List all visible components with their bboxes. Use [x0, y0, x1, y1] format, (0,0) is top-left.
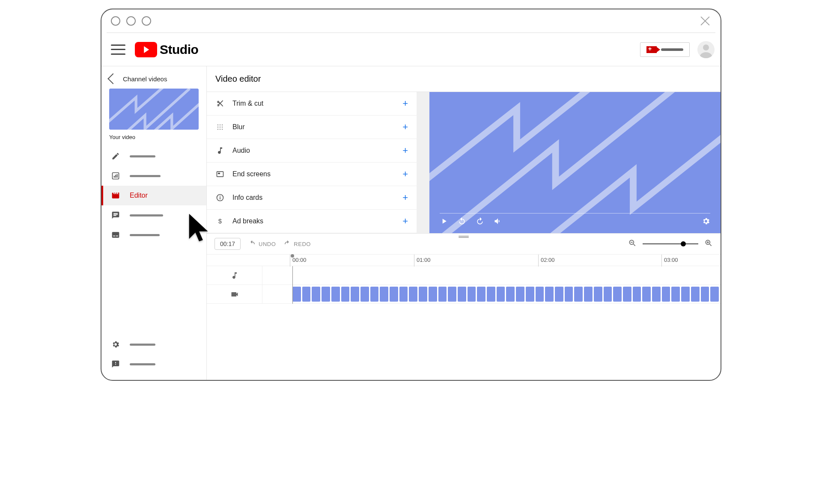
clip-segment[interactable] — [399, 287, 408, 302]
clip-segment[interactable] — [536, 287, 544, 302]
clip-segment[interactable] — [516, 287, 524, 302]
playhead[interactable] — [292, 266, 293, 304]
clip-segment[interactable] — [671, 287, 680, 302]
clip-segment[interactable] — [331, 287, 340, 302]
clip-segment[interactable] — [351, 287, 359, 302]
clip-segment[interactable] — [390, 287, 398, 302]
window-dot[interactable] — [111, 16, 120, 26]
clip-segment[interactable] — [438, 287, 447, 302]
add-icon[interactable]: + — [402, 98, 408, 109]
track-audio-icon[interactable] — [207, 266, 262, 285]
window-dot[interactable] — [142, 16, 151, 26]
audio-track[interactable] — [262, 266, 721, 285]
clip-segment[interactable] — [302, 287, 311, 302]
ruler-tick: 01:00 — [417, 257, 431, 263]
clip-segment[interactable] — [642, 287, 651, 302]
redo-button[interactable]: REDO — [283, 240, 311, 248]
clip-segment[interactable] — [448, 287, 456, 302]
current-time[interactable]: 00:17 — [214, 238, 241, 250]
clip-segment[interactable] — [623, 287, 631, 302]
clip-segment[interactable] — [487, 287, 495, 302]
sidebar-item-analytics[interactable] — [101, 166, 206, 186]
brand[interactable]: Studio — [135, 42, 198, 57]
add-icon[interactable]: + — [402, 216, 408, 227]
timeline-ruler[interactable]: 00:00 01:00 02:00 03:00 — [207, 254, 721, 266]
undo-button[interactable]: UNDO — [248, 240, 276, 248]
tool-trim-cut[interactable]: Trim & cut + — [207, 92, 417, 116]
clip-segment[interactable] — [681, 287, 690, 302]
clip-segment[interactable] — [701, 287, 709, 302]
back-to-channel-videos[interactable]: Channel videos — [101, 72, 206, 89]
svg-point-10 — [222, 125, 223, 125]
music-note-icon — [215, 146, 225, 155]
video-thumbnail[interactable] — [109, 89, 199, 130]
clip-segment[interactable] — [429, 287, 437, 302]
clip-segment[interactable] — [526, 287, 534, 302]
video-track[interactable] — [262, 285, 721, 304]
clip-segment[interactable] — [409, 287, 417, 302]
video-preview[interactable] — [429, 92, 721, 233]
clip-segment[interactable] — [633, 287, 641, 302]
clip-segment[interactable] — [662, 287, 670, 302]
ruler-tick: 03:00 — [664, 257, 678, 263]
clip-segment[interactable] — [292, 287, 301, 302]
svg-rect-4 — [117, 174, 118, 178]
clip-segment[interactable] — [604, 287, 612, 302]
clip-segment[interactable] — [468, 287, 476, 302]
add-icon[interactable]: + — [402, 169, 408, 180]
player-settings-icon[interactable] — [702, 217, 710, 227]
sidebar-item-feedback[interactable] — [101, 354, 206, 374]
scrub-bar[interactable] — [440, 213, 710, 213]
clip-segment[interactable] — [565, 287, 573, 302]
zoom-slider[interactable] — [643, 243, 698, 244]
volume-icon[interactable] — [494, 217, 502, 227]
clip-segment[interactable] — [341, 287, 350, 302]
play-icon[interactable] — [440, 217, 448, 227]
clip-segment[interactable] — [370, 287, 379, 302]
clip-segment[interactable] — [506, 287, 515, 302]
window-dot[interactable] — [126, 16, 136, 26]
tool-ad-breaks[interactable]: $ Ad breaks + — [207, 210, 417, 233]
clip-segment[interactable] — [710, 287, 719, 302]
sidebar-item-details[interactable] — [101, 146, 206, 166]
clip-segment[interactable] — [322, 287, 330, 302]
youtube-logo-icon — [135, 42, 157, 57]
clip-segment[interactable] — [419, 287, 427, 302]
clip-segment[interactable] — [360, 287, 369, 302]
sidebar-item-comments[interactable] — [101, 205, 206, 225]
forward10-icon[interactable] — [476, 217, 484, 227]
drag-handle-icon[interactable] — [459, 235, 469, 239]
add-icon[interactable]: + — [402, 145, 408, 156]
clip-segment[interactable] — [584, 287, 593, 302]
sidebar-item-subtitles[interactable] — [101, 225, 206, 245]
replay10-icon[interactable] — [458, 217, 466, 227]
menu-icon[interactable] — [111, 44, 125, 55]
tool-label: Info cards — [232, 194, 395, 202]
create-button[interactable] — [640, 42, 690, 57]
sidebar-item-settings[interactable] — [101, 335, 206, 354]
zoom-in-icon[interactable] — [704, 239, 713, 249]
add-icon[interactable]: + — [402, 192, 408, 203]
tool-blur[interactable]: Blur + — [207, 116, 417, 139]
clip-segment[interactable] — [555, 287, 563, 302]
tool-end-screens[interactable]: End screens + — [207, 163, 417, 186]
clip-segment[interactable] — [574, 287, 583, 302]
sidebar-item-editor[interactable]: Editor — [101, 186, 206, 205]
clip-segment[interactable] — [594, 287, 602, 302]
clip-segment[interactable] — [613, 287, 622, 302]
clip-segment[interactable] — [691, 287, 700, 302]
tool-info-cards[interactable]: Info cards + — [207, 186, 417, 210]
clip-segment[interactable] — [652, 287, 661, 302]
tool-audio[interactable]: Audio + — [207, 139, 417, 163]
track-video-icon[interactable] — [207, 285, 262, 304]
close-icon[interactable] — [699, 15, 711, 27]
account-avatar[interactable] — [697, 41, 715, 58]
clip-segment[interactable] — [497, 287, 505, 302]
clip-segment[interactable] — [458, 287, 466, 302]
clip-segment[interactable] — [312, 287, 320, 302]
zoom-out-icon[interactable] — [628, 239, 637, 249]
add-icon[interactable]: + — [402, 122, 408, 133]
clip-segment[interactable] — [477, 287, 485, 302]
clip-segment[interactable] — [545, 287, 554, 302]
clip-segment[interactable] — [380, 287, 388, 302]
